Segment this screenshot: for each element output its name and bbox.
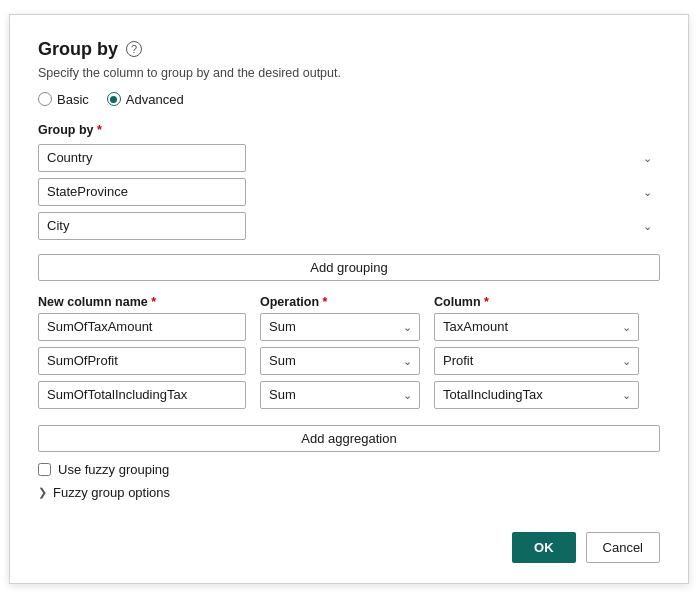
help-icon[interactable]: ?	[126, 41, 142, 57]
dialog-title: Group by	[38, 39, 118, 60]
ok-button[interactable]: OK	[512, 532, 576, 563]
groupby-label: Group by	[38, 123, 660, 137]
agg-op-select-2[interactable]: Sum Average Min Max Count	[260, 381, 420, 409]
chevron-down-icon-2: ⌄	[643, 219, 652, 232]
chevron-down-icon-1: ⌄	[643, 185, 652, 198]
radio-row: Basic Advanced	[38, 92, 660, 107]
fuzzy-grouping-checkbox[interactable]	[38, 463, 51, 476]
chevron-right-icon: ❯	[38, 486, 47, 499]
chevron-down-icon-0: ⌄	[643, 151, 652, 164]
groupby-select-0[interactable]: Country City StateProvince	[38, 144, 246, 172]
agg-row-2: Sum Average Min Max Count ⌄ TaxAmount Pr…	[38, 381, 660, 409]
add-aggregation-button[interactable]: Add aggregation	[38, 425, 660, 452]
groupby-section: Group by Country City StateProvince ⌄ Co…	[38, 123, 660, 246]
title-row: Group by ?	[38, 39, 660, 60]
agg-col-wrapper-2[interactable]: TaxAmount Profit TotalIncludingTax ⌄	[434, 381, 639, 409]
radio-basic-label: Basic	[57, 92, 89, 107]
agg-name-input-0[interactable]	[38, 313, 246, 341]
fuzzy-options-label: Fuzzy group options	[53, 485, 170, 500]
radio-basic[interactable]: Basic	[38, 92, 89, 107]
dialog-subtitle: Specify the column to group by and the d…	[38, 66, 660, 80]
group-by-dialog: Group by ? Specify the column to group b…	[9, 14, 689, 584]
groupby-dropdown-1[interactable]: Country StateProvince City ⌄	[38, 178, 660, 206]
radio-advanced-label: Advanced	[126, 92, 184, 107]
agg-col-wrapper-0[interactable]: TaxAmount Profit TotalIncludingTax ⌄	[434, 313, 639, 341]
add-grouping-button[interactable]: Add grouping	[38, 254, 660, 281]
groupby-dropdown-2[interactable]: Country City StateProvince ⌄	[38, 212, 660, 240]
radio-advanced[interactable]: Advanced	[107, 92, 184, 107]
col-header-name: New column name	[38, 295, 246, 309]
fuzzy-grouping-row[interactable]: Use fuzzy grouping	[38, 462, 660, 477]
fuzzy-options-row[interactable]: ❯ Fuzzy group options	[38, 485, 660, 500]
groupby-select-2[interactable]: Country City StateProvince	[38, 212, 246, 240]
agg-op-wrapper-1[interactable]: Sum Average Min Max Count ⌄	[260, 347, 420, 375]
agg-row-1: Sum Average Min Max Count ⌄ TaxAmount Pr…	[38, 347, 660, 375]
agg-col-select-0[interactable]: TaxAmount Profit TotalIncludingTax	[434, 313, 639, 341]
fuzzy-grouping-label: Use fuzzy grouping	[58, 462, 169, 477]
agg-row-0: Sum Average Min Max Count ⌄ TaxAmount Pr…	[38, 313, 660, 341]
agg-op-select-0[interactable]: Sum Average Min Max Count	[260, 313, 420, 341]
cancel-button[interactable]: Cancel	[586, 532, 660, 563]
radio-basic-circle	[38, 92, 52, 106]
col-header-operation: Operation	[260, 295, 420, 309]
aggregation-section: New column name Operation Column Sum Ave…	[38, 295, 660, 415]
agg-op-wrapper-2[interactable]: Sum Average Min Max Count ⌄	[260, 381, 420, 409]
dialog-footer: OK Cancel	[38, 512, 660, 563]
agg-col-headers: New column name Operation Column	[38, 295, 660, 309]
groupby-dropdown-0[interactable]: Country City StateProvince ⌄	[38, 144, 660, 172]
groupby-select-1[interactable]: Country StateProvince City	[38, 178, 246, 206]
agg-col-wrapper-1[interactable]: TaxAmount Profit TotalIncludingTax ⌄	[434, 347, 639, 375]
agg-op-select-1[interactable]: Sum Average Min Max Count	[260, 347, 420, 375]
agg-col-select-2[interactable]: TaxAmount Profit TotalIncludingTax	[434, 381, 639, 409]
agg-name-input-2[interactable]	[38, 381, 246, 409]
agg-name-input-1[interactable]	[38, 347, 246, 375]
col-header-column: Column	[434, 295, 639, 309]
radio-advanced-circle	[107, 92, 121, 106]
agg-col-select-1[interactable]: TaxAmount Profit TotalIncludingTax	[434, 347, 639, 375]
agg-op-wrapper-0[interactable]: Sum Average Min Max Count ⌄	[260, 313, 420, 341]
